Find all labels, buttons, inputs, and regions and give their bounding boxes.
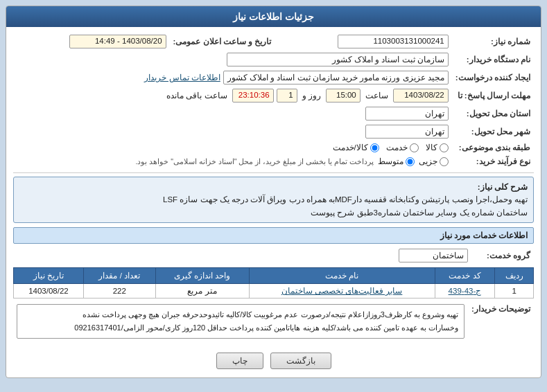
col-name: نام خدمت	[249, 268, 435, 284]
cell-name[interactable]: سایر فعالیت‌های تخصصی ساختمان	[249, 284, 435, 299]
category-goods-option[interactable]: کالا	[426, 143, 449, 152]
process-medium-option[interactable]: متوسط	[378, 157, 415, 166]
footer-buttons: بازگشت چاپ	[13, 348, 534, 372]
response-remaining-label: ساعت باقی مانده	[166, 91, 227, 100]
category-goods-service-option[interactable]: کالا/خدمت	[333, 143, 379, 152]
city-value: تهران	[365, 125, 449, 139]
date-value: 1403/08/20 - 14:49	[69, 35, 166, 48]
service-table: ردیف کد خدمت نام خدمت واحد اندازه گیری ت…	[13, 267, 534, 299]
notes-line1: تهیه وشروع به کارظرف3روزازاعلام نتیجه/در…	[83, 310, 458, 319]
cell-unit: متر مربع	[155, 284, 249, 299]
card-body: شماره نیاز: 1103003131000241 تاریخ و ساع…	[6, 27, 541, 377]
response-time-label: ساعت	[365, 91, 388, 100]
response-days: 1	[277, 89, 297, 103]
need-number-value: 1103003131000241	[338, 35, 449, 48]
category-goods-service-label: کالا/خدمت	[333, 143, 368, 152]
group-value: ساختمان	[399, 249, 468, 262]
table-row: 1 ج-43-439 سایر فعالیت‌های تخصصی ساختمان…	[14, 284, 534, 299]
response-date: 1403/08/22	[393, 89, 449, 103]
group-label: گروه خدمت:	[471, 247, 534, 265]
summary-label: شرح کلی نیاز:	[478, 183, 528, 191]
col-code: کد خدمت	[435, 268, 495, 284]
process-medium-radio[interactable]	[406, 157, 415, 166]
summary-line1: تهیه وحمل،اجرا ونصب پارتیشن وکتابخانه قف…	[163, 195, 528, 204]
process-partial-radio[interactable]	[440, 157, 449, 166]
province-value: تهران	[365, 107, 449, 121]
cell-date: 1403/08/22	[14, 284, 84, 299]
col-unit: واحد اندازه گیری	[155, 268, 249, 284]
date-label: تاریخ و ساعت اعلان عمومی:	[170, 33, 275, 51]
notes-content: تهیه وشروع به کارظرف3روزازاعلام نتیجه/در…	[17, 304, 464, 338]
response-days-label: روز و	[302, 91, 321, 100]
requester-label: ایجاد کننده درخواست:	[452, 69, 534, 87]
cell-quantity: 222	[83, 284, 155, 299]
back-button[interactable]: بازگشت	[270, 353, 331, 369]
print-button[interactable]: چاپ	[216, 353, 263, 369]
cell-code[interactable]: ج-43-439	[435, 284, 495, 299]
process-medium-label: متوسط	[378, 157, 403, 166]
summary-line2: ساختمان شماره یک وسایر ساختمان شماره3طبق…	[311, 208, 528, 217]
col-row: ردیف	[495, 268, 534, 284]
main-card: جزئیات اطلاعات نیاز شماره نیاز: 11030031…	[6, 6, 541, 378]
notes-line2: وخسارات به عهده تامین کننده می باشد/کلیه…	[74, 323, 458, 332]
category-service-radio[interactable]	[410, 143, 419, 152]
category-goods-service-radio[interactable]	[370, 143, 379, 152]
province-label: استان محل تحویل:	[452, 105, 534, 123]
need-number-label: شماره نیاز:	[452, 33, 534, 51]
col-qty: تعداد / مقدار	[83, 268, 155, 284]
response-time: 15:00	[326, 89, 361, 103]
response-deadline-label: مهلت ارسال پاسخ: تا	[452, 87, 534, 105]
page-container: جزئیات اطلاعات نیاز شماره نیاز: 11030031…	[0, 0, 547, 392]
process-note: پرداخت تمام یا بخشی از مبلغ خرید، از محل…	[135, 157, 373, 166]
service-group-table: گروه خدمت: ساختمان	[13, 247, 534, 265]
category-goods-radio[interactable]	[440, 143, 449, 152]
category-label: طبقه بندی موضوعی:	[452, 141, 534, 154]
category-service-option[interactable]: خدمت	[386, 143, 419, 152]
buyer-org-value: سازمان ثبت اسناد و املاک کشور	[227, 53, 449, 66]
service-info-label: اطلاعات خدمات مورد نیاز	[13, 227, 534, 244]
card-header: جزئیات اطلاعات نیاز	[6, 6, 541, 27]
process-partial-option[interactable]: جزیی	[419, 157, 449, 166]
summary-section: شرح کلی نیاز: تهیه وحمل،اجرا ونصب پارتیش…	[13, 177, 534, 223]
process-label: نوع فرآیند خرید:	[452, 154, 534, 168]
requester-contact-link[interactable]: اطلاعات تماس خریدار	[144, 73, 220, 82]
process-partial-label: جزیی	[419, 157, 437, 166]
cell-row: 1	[495, 284, 534, 299]
category-goods-label: کالا	[426, 143, 437, 152]
requester-value: مجید عزیزی ورزنه مامور خرید سازمان ثبت ا…	[223, 71, 449, 84]
category-service-label: خدمت	[386, 143, 408, 152]
response-remaining: 23:10:36	[232, 89, 274, 103]
city-label: شهر محل تحویل:	[452, 123, 534, 141]
buyer-org-label: نام دستگاه خریدار:	[452, 51, 534, 69]
col-date: تاریخ نیاز	[14, 268, 84, 284]
notes-table: توضیحات خریدار: تهیه وشروع به کارظرف3روز…	[13, 302, 534, 344]
info-table: شماره نیاز: 1103003131000241 تاریخ و ساع…	[13, 33, 534, 168]
notes-label: توضیحات خریدار:	[468, 302, 534, 344]
page-title: جزئیات اطلاعات نیاز	[233, 11, 314, 22]
